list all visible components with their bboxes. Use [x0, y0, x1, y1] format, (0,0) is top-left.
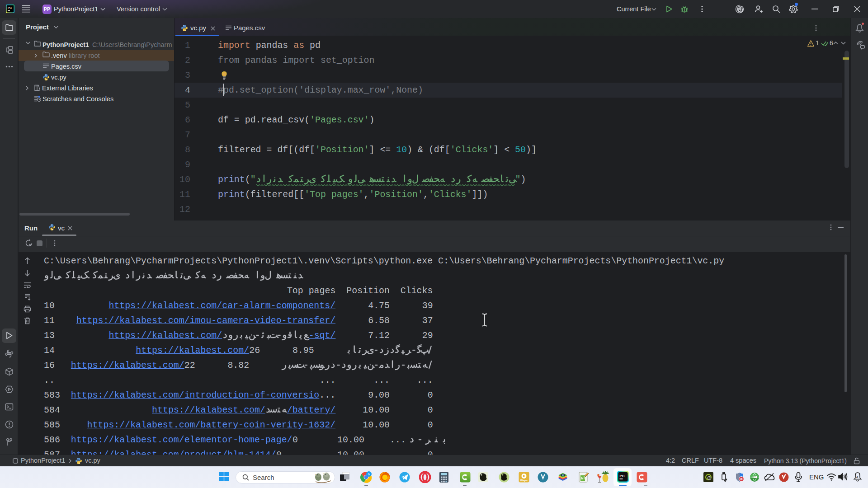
svg-text:z: z: [856, 474, 858, 479]
svg-text:b: b: [368, 472, 370, 476]
svg-text:PC: PC: [620, 474, 625, 478]
svg-text:Player: Player: [520, 479, 528, 482]
svg-text:PC: PC: [8, 6, 12, 9]
